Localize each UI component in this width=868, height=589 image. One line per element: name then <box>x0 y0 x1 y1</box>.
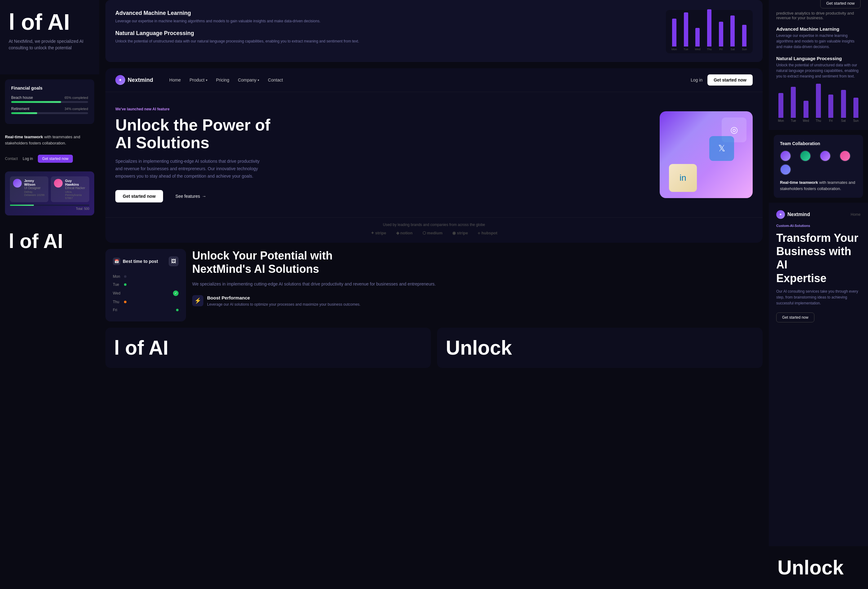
boost-title: Boost Performance <box>207 295 360 300</box>
bar-sat <box>730 16 735 46</box>
brand-logo-3: ⬡ medium <box>422 231 442 235</box>
analytics-features: Advanced Machine Learning Leverage our e… <box>776 27 861 79</box>
brand-logo-5: ⟐ hubspot <box>478 231 497 235</box>
instagram-icon: ◎ <box>730 125 738 135</box>
user-role: Ethical Hacker <box>65 186 86 190</box>
avatar-3 <box>820 151 831 161</box>
nav-cta-button[interactable]: Get started now <box>707 74 753 86</box>
post-time-card: 📅 Best time to post 🖼 Mon Tue <box>105 249 186 322</box>
mini-nav-login[interactable]: Log in <box>23 156 33 161</box>
hero-main-title: Unlock the Power of AI Solutions <box>115 116 650 152</box>
mini-nav-contact[interactable]: Contact <box>5 156 18 161</box>
day-label: Fri <box>113 308 121 312</box>
user-loc: Delray, Delaware 10299 <box>24 190 45 196</box>
bar-sun <box>742 25 747 46</box>
custom-ai-label: Custom-AI-Solutions <box>776 224 861 227</box>
image-icon-symbol: 🖼 <box>171 258 176 264</box>
collab-teamwork-text: Real-time teamwork with teammates and st… <box>780 180 857 192</box>
financial-goals-title: Financial goals <box>11 86 88 90</box>
bar-wed <box>695 28 700 46</box>
nav-product[interactable]: Product <box>189 78 207 83</box>
nav-pricing[interactable]: Pricing <box>216 78 229 83</box>
day-label: Thu <box>113 300 121 304</box>
day-row-fri: Fri <box>113 306 179 314</box>
nav-company[interactable]: Company <box>238 78 259 83</box>
goal-bar-bg <box>11 112 88 114</box>
nlp-title: Natural Language Processing <box>115 30 656 37</box>
right-nextmind-card: ✦ Nextmind Home Custom-AI-Solutions Tran… <box>769 203 868 546</box>
nav-contact[interactable]: Contact <box>268 78 283 83</box>
mini-nav-cta[interactable]: Get started now <box>38 155 73 163</box>
brand-logo-4: ◉ stripe <box>452 231 468 235</box>
brand-logos: ✦ stripe ◈ notion ⬡ medium ◉ stripe ⟐ hu… <box>115 231 753 235</box>
linkedin-card: in <box>669 164 697 192</box>
bar-tue <box>684 12 688 46</box>
brand-logo-2: ◈ notion <box>396 231 413 235</box>
unlock-title: Unlock Your Potential with NextMind's AI… <box>192 249 763 276</box>
right-bar-chart: Mon Tue Wed Thu Fri <box>776 85 861 123</box>
avatar-grid <box>780 151 857 175</box>
hero-illustration: ◎ 𝕏 in <box>660 111 753 198</box>
collab-title: Team Collaboration <box>780 141 857 146</box>
hero-main-desc: Specializes in implementing cutting-edge… <box>115 158 264 180</box>
adv-ml-desc: Leverage our expertise in machine learni… <box>115 18 656 24</box>
team-collab-card: Team Collaboration Real-time teamwork wi… <box>774 135 863 198</box>
hero-cta-button[interactable]: Get started now <box>115 190 163 202</box>
goal-name: Retirement <box>11 107 30 111</box>
nlp-title-right: Natural Language Processing <box>776 56 861 61</box>
nav-home[interactable]: Home <box>169 78 181 83</box>
user-loc: Utica, Pennsylvania 57867 <box>65 190 86 200</box>
bar-sat <box>841 90 846 118</box>
calendar-icon: 📅 <box>113 258 120 265</box>
user-name: Guy Hawkins <box>65 179 86 186</box>
bar-thu <box>707 9 712 46</box>
unlock-section: Unlock Your Potential with NextMind's AI… <box>192 249 763 322</box>
right-panel-cta[interactable]: Get started now <box>776 313 814 322</box>
twitter-card: 𝕏 <box>709 136 734 161</box>
goal-item-beach: Beach house 65% completed <box>11 96 88 103</box>
goal-bar-fill <box>11 101 61 103</box>
right-hero-bottom: Unlock <box>769 546 868 589</box>
bar-mon <box>672 19 676 46</box>
adv-ml-desc-right: Leverage our expertise in machine learni… <box>776 33 861 50</box>
goal-name: Beach house <box>11 96 33 100</box>
nextmind-logo-row: ✦ Nextmind Home <box>776 210 861 219</box>
avatar-5 <box>780 164 791 175</box>
bar-sun <box>853 97 858 118</box>
hero-main-card: ✦ Nextmind Home Product Pricing Company … <box>105 68 763 243</box>
post-time-title-text: Best time to post <box>123 259 158 264</box>
logo-name: Nextmind <box>787 212 810 217</box>
day-label: Mon <box>113 275 121 279</box>
avatar-2 <box>800 151 811 161</box>
transform-title: Transform Your Business with AI Expertis… <box>776 231 861 285</box>
nav-login[interactable]: Log in <box>691 78 703 83</box>
bar-label-thu: Thu <box>707 48 712 51</box>
left-bottom-hero-title: l of AI <box>9 230 90 252</box>
hero-badge: We've launched new AI feature <box>115 107 650 111</box>
avatar-4 <box>840 151 851 161</box>
social-proof-text: Used by leading brands and companies fro… <box>115 223 753 227</box>
bar-label-mon: Mon <box>672 48 677 51</box>
nav-logo-text: Nextmind <box>128 77 153 83</box>
bar-mon <box>778 93 783 118</box>
right-top-cta[interactable]: Get started now <box>820 0 861 8</box>
analytics-card: Advanced Machine Learning Leverage our e… <box>105 0 763 62</box>
boost-desc: Leverage our AI solutions to optimize yo… <box>207 302 360 307</box>
right-analytics-desc: predictive analytics to drive productivi… <box>776 11 861 20</box>
bottom-row: l of AI Unlock <box>105 328 763 368</box>
day-row-thu: Thu <box>113 298 179 306</box>
hero-features-button[interactable]: See features → <box>168 190 214 202</box>
bar-thu <box>816 84 821 118</box>
center-bar-chart: Mon Tue Wed Thu <box>666 10 753 53</box>
goal-pct: 34% completed <box>65 107 88 111</box>
bar-label-tue: Tue <box>683 48 688 51</box>
goal-item-retirement: Retirement 34% completed <box>11 107 88 114</box>
left-hero-title-partial: l of AI <box>9 10 90 34</box>
brand-logo-1: ✦ stripe <box>371 231 386 235</box>
day-label: Tue <box>113 282 121 287</box>
left-hero-bottom: l of AI <box>0 220 99 262</box>
goal-bar-bg <box>11 101 88 103</box>
bar-label-sun: Sun <box>742 48 747 51</box>
user-item-guy: Guy Hawkins Ethical Hacker Utica, Pennsy… <box>51 176 89 202</box>
user-name: Jenny Wilson <box>24 179 45 186</box>
